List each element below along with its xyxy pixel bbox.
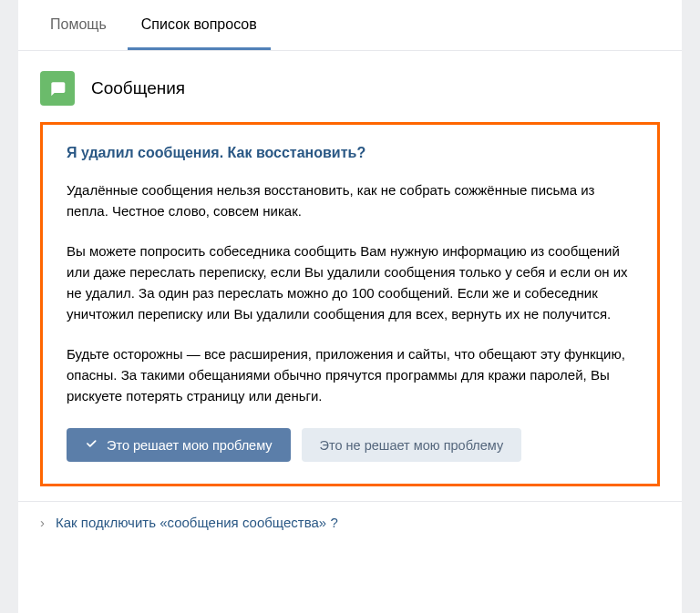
- help-page-container: Помощь Список вопросов Сообщения Я удали…: [18, 0, 682, 613]
- not-solves-button-label: Это не решает мою проблему: [320, 438, 504, 453]
- faq-paragraph: Вы можете попросить собеседника сообщить…: [67, 240, 633, 325]
- solves-button-label: Это решает мою проблему: [107, 438, 273, 453]
- faq-answer: Удалённые сообщения нельзя восстановить,…: [67, 179, 633, 406]
- faq-paragraph: Удалённые сообщения нельзя восстановить,…: [67, 179, 633, 222]
- faq-card: Я удалил сообщения. Как восстановить? Уд…: [40, 122, 660, 486]
- tabs-bar: Помощь Список вопросов: [18, 0, 682, 51]
- messages-icon: [40, 71, 75, 106]
- related-question-link[interactable]: › Как подключить «сообщения сообщества» …: [18, 501, 682, 543]
- faq-question: Я удалил сообщения. Как восстановить?: [67, 145, 633, 161]
- feedback-buttons: Это решает мою проблему Это не решает мо…: [67, 428, 633, 462]
- tab-help[interactable]: Помощь: [36, 0, 120, 50]
- faq-paragraph: Будьте осторожны — все расширения, прило…: [67, 343, 633, 407]
- related-question-label: Как подключить «сообщения сообщества» ?: [56, 515, 338, 530]
- section-header: Сообщения: [18, 51, 682, 122]
- check-icon: [85, 437, 98, 453]
- tab-questions[interactable]: Список вопросов: [128, 0, 271, 50]
- not-solves-problem-button[interactable]: Это не решает мою проблему: [302, 428, 522, 462]
- section-title: Сообщения: [91, 78, 185, 98]
- solves-problem-button[interactable]: Это решает мою проблему: [67, 428, 291, 462]
- chevron-right-icon: ›: [40, 515, 45, 530]
